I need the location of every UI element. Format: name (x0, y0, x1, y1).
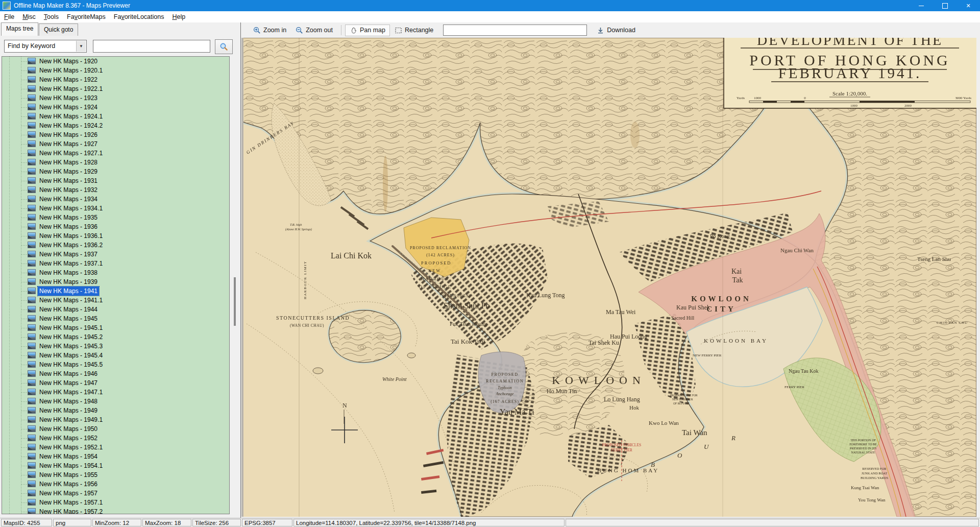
maximize-button[interactable] (933, 0, 957, 11)
tree-item[interactable]: New HK Maps - 1949 (2, 406, 229, 415)
menu-item-tools[interactable]: Tools (40, 12, 63, 21)
zoom-in-button[interactable]: Zoom in (249, 25, 291, 36)
tree-item[interactable]: New HK Maps - 1952.1 (2, 443, 229, 452)
minimize-button[interactable] (910, 0, 933, 11)
tree-item-label: New HK Maps - 1934.1 (38, 204, 104, 213)
tree-item[interactable]: New HK Maps - 1927.1 (2, 149, 229, 158)
tree-item[interactable]: New HK Maps - 1934 (2, 195, 229, 204)
search-button[interactable] (215, 39, 233, 54)
tree-item[interactable]: New HK Maps - 1941 (2, 286, 229, 296)
tab-maps-tree[interactable]: Maps tree (1, 22, 38, 36)
tree-item[interactable]: New HK Maps - 1955 (2, 470, 229, 480)
tree-connector (21, 273, 27, 273)
map-label: NATURAL STATE (851, 451, 875, 454)
map-thumbnail-icon (28, 205, 36, 211)
tree-item[interactable]: New HK Maps - 1928 (2, 158, 229, 167)
tree-item-label: New HK Maps - 1957 (38, 489, 99, 498)
map-label: JUNK AND BOAT (862, 471, 888, 475)
rectangle-button[interactable]: Rectangle (390, 25, 438, 36)
pan-map-button[interactable]: Pan map (345, 25, 390, 36)
tree-item[interactable]: New HK Maps - 1938 (2, 268, 229, 277)
menu-item-misc[interactable]: Misc (18, 12, 40, 21)
tree-item[interactable]: New HK Maps - 1945.1 (2, 323, 229, 332)
rectangle-select-icon (395, 27, 402, 34)
tree-item[interactable]: New HK Maps - 1939 (2, 277, 229, 286)
map-thumbnail-icon (28, 444, 36, 450)
tree-item[interactable]: New HK Maps - 1934.1 (2, 204, 229, 213)
tree-item[interactable]: New HK Maps - 1923 (2, 93, 229, 103)
tree-item[interactable]: New HK Maps - 1936 (2, 222, 229, 231)
close-button[interactable]: ✕ (957, 0, 980, 11)
tree-item[interactable]: New HK Maps - 1945 (2, 314, 229, 323)
map-thumbnail-icon (28, 453, 36, 460)
chevron-down-icon[interactable]: ▼ (76, 41, 86, 52)
tree-item[interactable]: New HK Maps - 1924 (2, 103, 229, 112)
tree-scrollbar[interactable] (230, 56, 239, 514)
map-thumbnail-icon (28, 508, 36, 514)
tree-item[interactable]: New HK Maps - 1952 (2, 434, 229, 443)
tree-item[interactable]: New HK Maps - 1937.1 (2, 259, 229, 268)
map-label: NEW (428, 268, 441, 273)
tree-item[interactable]: New HK Maps - 1941.1 (2, 296, 229, 305)
tree-item[interactable]: New HK Maps - 1937 (2, 250, 229, 259)
tree-item[interactable]: New HK Maps - 1957.1 (2, 498, 229, 507)
tree-item[interactable]: New HK Maps - 1945.4 (2, 351, 229, 360)
map-label: Kai (731, 268, 742, 275)
tree-item[interactable]: New HK Maps - 1931 (2, 176, 229, 185)
tree-item[interactable]: New HK Maps - 1924.2 (2, 121, 229, 130)
tree-item[interactable]: New HK Maps - 1936.2 (2, 241, 229, 250)
tree-item-label: New HK Maps - 1920.1 (38, 66, 104, 75)
tree-item[interactable]: New HK Maps - 1956 (2, 480, 229, 489)
tree-scrollbar-thumb[interactable] (234, 277, 236, 326)
map-thumbnail-icon (28, 177, 36, 184)
tab-quick-goto[interactable]: Quick goto (39, 23, 78, 36)
tree-item[interactable]: New HK Maps - 1922 (2, 75, 229, 84)
tree-item[interactable]: New HK Maps - 1948 (2, 397, 229, 406)
tree-connector (21, 227, 27, 227)
tree-item-label: New HK Maps - 1957.1 (38, 498, 104, 507)
tree-item[interactable]: New HK Maps - 1929 (2, 167, 229, 176)
tree-item[interactable]: New HK Maps - 1945.2 (2, 332, 229, 342)
search-mode-combobox[interactable]: Find by Keyword ▼ (4, 40, 87, 53)
search-input[interactable] (93, 40, 210, 53)
tree-item[interactable]: New HK Maps - 1954 (2, 452, 229, 461)
tree-item[interactable]: New HK Maps - 1924.1 (2, 112, 229, 121)
map-thumbnail-icon (28, 85, 36, 92)
tree-item[interactable]: New HK Maps - 1926 (2, 130, 229, 139)
toolbar-input[interactable] (443, 25, 587, 36)
tree-item-label: New HK Maps - 1922.1 (38, 84, 104, 93)
tree-item[interactable]: New HK Maps - 1957.2 (2, 507, 229, 514)
map-thumbnail-icon (28, 150, 36, 156)
tree-item[interactable]: New HK Maps - 1945.3 (2, 342, 229, 351)
tree-item[interactable]: New HK Maps - 1922.1 (2, 84, 229, 93)
tree-item[interactable]: New HK Maps - 1947 (2, 378, 229, 388)
tree-item[interactable]: New HK Maps - 1927 (2, 139, 229, 149)
tree-item[interactable]: New HK Maps - 1920 (2, 57, 229, 66)
tree-item[interactable]: New HK Maps - 1950 (2, 424, 229, 434)
map-label: O (677, 451, 682, 459)
tree-item[interactable]: New HK Maps - 1932 (2, 185, 229, 195)
zoom-out-button[interactable]: Zoom out (291, 25, 337, 36)
menu-item-favoritelocations[interactable]: FavoriteLocations (110, 12, 168, 21)
map-label: PRESERVED IN ITS (850, 447, 876, 450)
tree-item[interactable]: New HK Maps - 1947.1 (2, 388, 229, 397)
map-label: BUILDING YARDS (861, 476, 888, 480)
tree-item[interactable]: New HK Maps - 1949.1 (2, 415, 229, 424)
download-button[interactable]: Download (592, 25, 640, 36)
tree-item[interactable]: New HK Maps - 1946 (2, 369, 229, 378)
close-icon: ✕ (966, 3, 970, 9)
menu-item-help[interactable]: Help (168, 12, 189, 21)
tree-item[interactable]: New HK Maps - 1957 (2, 489, 229, 498)
tree-item-label: New HK Maps - 1922 (38, 75, 99, 84)
tree-connector (21, 190, 27, 190)
tree-item[interactable]: New HK Maps - 1954.1 (2, 461, 229, 470)
tree-item[interactable]: New HK Maps - 1945.5 (2, 360, 229, 369)
menu-item-file[interactable]: File (0, 12, 18, 21)
tree-item[interactable]: New HK Maps - 1935 (2, 213, 229, 222)
map-viewport[interactable]: DEVELOPMENT OF THE PORT OF HONG KONG FEB… (241, 38, 976, 517)
tree-item[interactable]: New HK Maps - 1944 (2, 305, 229, 314)
tree-item[interactable]: New HK Maps - 1936.1 (2, 231, 229, 241)
menu-item-favoritemaps[interactable]: FavoriteMaps (63, 12, 110, 21)
map-label: PROPOSED (421, 260, 451, 266)
tree-item[interactable]: New HK Maps - 1920.1 (2, 66, 229, 75)
